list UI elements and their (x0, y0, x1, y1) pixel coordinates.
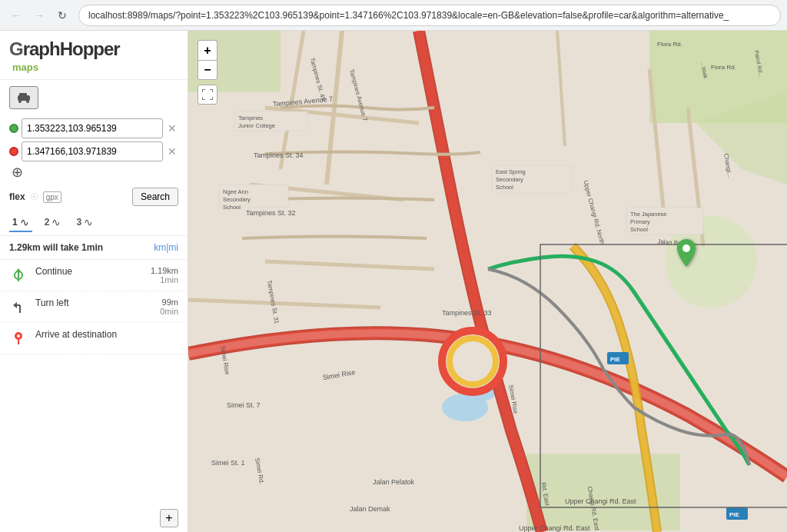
svg-marker-6 (16, 268, 21, 271)
svg-point-2 (18, 100, 22, 103)
svg-text:Flora Rd.: Flora Rd. (711, 64, 736, 71)
turn-left-dist: 99m 0min (160, 298, 178, 316)
end-clear-button[interactable]: ✕ (166, 146, 178, 157)
sidebar-footer: + (0, 504, 188, 532)
profile-options: flex ☉ gpx (9, 191, 61, 203)
fullscreen-icon (202, 89, 213, 100)
tab3-num: 3 (76, 217, 81, 228)
url-bar[interactable] (78, 5, 781, 26)
logo-area: GraphHopper maps (0, 31, 188, 80)
sidebar: GraphHopper maps ✕ (0, 31, 188, 532)
route-tab-1[interactable]: 1 ∿ (9, 214, 32, 232)
svg-text:PIE: PIE (610, 356, 621, 363)
car-vehicle-button[interactable] (9, 86, 38, 109)
fullscreen-button[interactable] (198, 85, 218, 105)
tab1-wave: ∿ (20, 216, 29, 228)
start-clear-button[interactable]: ✕ (166, 123, 178, 134)
svg-text:Jalan Pelatok: Jalan Pelatok (373, 478, 415, 486)
arrive-text: Arrive at destination (35, 329, 171, 340)
turn-left-icon (9, 298, 28, 316)
svg-text:Jalan Demak: Jalan Demak (350, 505, 390, 513)
svg-point-11 (17, 334, 20, 337)
svg-rect-1 (19, 93, 27, 97)
route-tab-2[interactable]: 2 ∿ (42, 214, 65, 232)
logo-text: GraphHopper (9, 38, 120, 60)
start-dot (9, 124, 18, 133)
back-button[interactable]: ← (6, 5, 26, 25)
graphhopper-logo: GraphHopper (9, 38, 178, 60)
end-dot (9, 147, 18, 156)
svg-text:Simei St. 1: Simei St. 1 (211, 459, 245, 467)
car-icon (16, 92, 32, 103)
add-waypoint-button[interactable]: ⊕ (9, 165, 25, 180)
svg-point-31 (450, 338, 496, 384)
route-units[interactable]: km|mi (154, 242, 178, 253)
svg-text:Tampines: Tampines (238, 115, 263, 121)
vehicle-selector (0, 80, 188, 115)
waypoint-start-row: ✕ (9, 118, 178, 138)
browser-chrome: ← → ↻ (0, 0, 787, 31)
svg-text:Upper Changi Rd. East: Upper Changi Rd. East (565, 497, 636, 505)
direction-item-turn-left: Turn left 99m 0min (0, 291, 188, 323)
map-svg: PIE PIE Tampines Avenue 7 Tampines St. 4… (188, 31, 787, 532)
route-tab-3[interactable]: 3 ∿ (73, 214, 96, 232)
turn-left-text: Turn left (35, 298, 152, 308)
add-instruction-button[interactable]: + (160, 509, 178, 527)
svg-text:The Japanese: The Japanese (630, 211, 667, 218)
search-button[interactable]: Search (132, 188, 178, 206)
route-summary: 1.29km will take 1min km|mi (0, 236, 188, 260)
svg-text:East Spring: East Spring (496, 168, 526, 175)
direction-item-continue: Continue 1.19km 1min (0, 260, 188, 291)
waypoints-container: ✕ ✕ ⊕ (0, 115, 188, 183)
search-row: flex ☉ gpx Search (0, 183, 188, 211)
end-input[interactable] (22, 141, 163, 161)
direction-item-arrive: Arrive at destination (0, 323, 188, 354)
svg-text:School: School (496, 184, 513, 191)
start-input[interactable] (22, 118, 163, 138)
svg-text:School: School (223, 204, 241, 211)
svg-text:Primary: Primary (630, 218, 650, 225)
map-zoom-controls: + − (198, 40, 218, 80)
svg-point-3 (26, 100, 29, 103)
route-summary-text: 1.29km will take 1min (9, 242, 103, 253)
svg-text:School: School (630, 226, 648, 233)
flex-profile[interactable]: flex (9, 191, 25, 202)
start-map-pin[interactable] (677, 239, 696, 269)
svg-text:Tampines St. 32: Tampines St. 32 (246, 209, 296, 217)
svg-text:Junior College: Junior College (238, 122, 275, 129)
zoom-out-button[interactable]: − (198, 60, 218, 80)
svg-text:Simei St. 7: Simei St. 7 (227, 401, 261, 409)
tab2-wave: ∿ (51, 216, 61, 228)
svg-text:Tampines St. 33: Tampines St. 33 (442, 309, 492, 317)
zoom-in-button[interactable]: + (198, 40, 218, 60)
map-container[interactable]: PIE PIE Tampines Avenue 7 Tampines St. 4… (188, 31, 787, 532)
tab1-num: 1 (12, 217, 18, 228)
continue-icon (9, 266, 28, 284)
directions-list: Continue 1.19km 1min Turn left 99m (0, 260, 188, 504)
svg-text:Secondary: Secondary (223, 196, 251, 203)
svg-text:Upper Changi Rd. East: Upper Changi Rd. East (519, 524, 590, 532)
route-tabs: 1 ∿ 2 ∿ 3 ∿ (0, 211, 188, 236)
svg-point-78 (682, 244, 690, 252)
reload-button[interactable]: ↻ (52, 5, 72, 25)
svg-text:Ngee Ann: Ngee Ann (223, 188, 248, 195)
gpx-profile[interactable]: gpx (43, 191, 61, 203)
svg-text:PIE: PIE (729, 511, 740, 518)
app-container: GraphHopper maps ✕ (0, 31, 787, 532)
svg-text:Secondary: Secondary (496, 176, 523, 183)
nav-buttons[interactable]: ← → ↻ (6, 5, 72, 25)
continue-dist: 1.19km 1min (151, 266, 178, 284)
svg-text:Tampines St. 34: Tampines St. 34 (254, 151, 304, 159)
svg-text:Flora Rd.: Flora Rd. (657, 41, 682, 48)
continue-text: Continue (35, 266, 143, 277)
arrive-icon (9, 329, 28, 347)
waypoint-end-row: ✕ (9, 141, 178, 161)
forward-button[interactable]: → (29, 5, 49, 25)
logo-maps-text: maps (12, 62, 38, 73)
profile-separator1: ☉ (30, 191, 38, 202)
tab2-num: 2 (45, 217, 50, 228)
tab3-wave: ∿ (84, 216, 93, 228)
add-waypoint-row: ⊕ (9, 165, 178, 180)
svg-marker-9 (13, 302, 17, 308)
